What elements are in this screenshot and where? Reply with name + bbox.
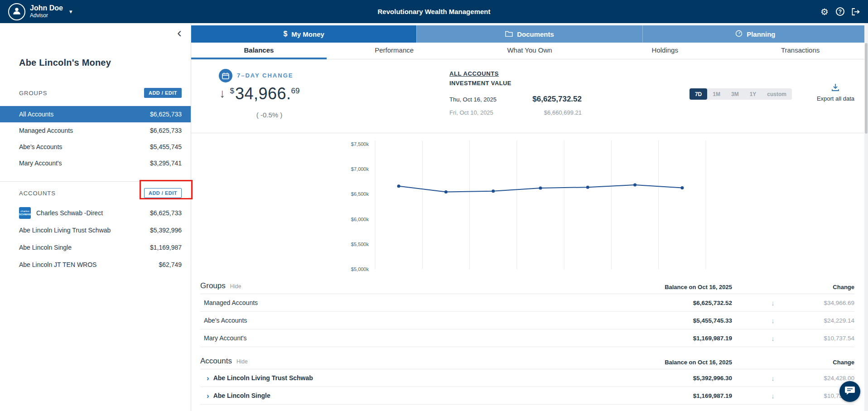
subtab-holdings[interactable]: Holdings [597,43,733,59]
schwab-logo-line2: SCHWAB [19,213,31,216]
accounts-add-edit-button[interactable]: ADD / EDIT [144,188,182,198]
svg-text:$6,500k: $6,500k [351,191,369,197]
row-change: $34,966.69 [791,300,854,306]
account-row-name: Abe Lincoln Living Trust Schwab [213,374,313,382]
row-balance: $5,455,745.33 [646,317,755,324]
section-divider [191,133,868,133]
account-value: $1,169,987 [150,244,182,251]
group-name: Mary Account's [19,160,150,167]
account-list-item[interactable]: charles SCHWAB Charles Schwab -Direct $6… [0,204,191,222]
groups-list: All Accounts $6,625,733 Managed Accounts… [0,106,191,171]
tab-planning-label: Planning [747,30,775,38]
sidebar-collapse-icon[interactable]: ‹ [177,26,182,39]
group-name: Abe's Accounts [19,143,150,150]
tab-planning[interactable]: Planning [642,25,868,43]
groups-table-title: Groups [200,281,226,290]
group-table-row[interactable]: Abe's Accounts $5,455,745.33 ↓ $24,229.1… [200,312,854,329]
current-value: $6,625,732.52 [532,95,582,104]
groups-hide-link[interactable]: Hide [230,283,241,290]
chat-bubble-button[interactable] [839,381,860,402]
main-area: $ My Money Documents Planning [191,23,868,411]
export-label: Export all data [817,95,854,102]
range-button[interactable]: 1M [707,88,726,100]
account-table-row[interactable]: › Abe Lincoln Single $1,169,987.19 ↓ $10… [200,387,854,405]
account-name: Abe Lincoln Single [19,244,150,251]
account-list-item[interactable]: Abe Lincoln Single $1,169,987 [0,239,191,256]
accounts-table-header: Accounts Hide Balance on Oct 16, 2025 Ch… [200,357,854,369]
groups-header-label: GROUPS [19,90,47,97]
tab-documents[interactable]: Documents [416,25,642,43]
dollar-icon: $ [283,30,287,38]
investment-summary: ALL ACCOUNTS INVESTMENT VALUE Thu, Oct 1… [449,70,582,116]
group-name: Managed Accounts [19,127,150,134]
account-value: $62,749 [159,261,182,268]
change-amount: 34,966. [235,85,291,103]
prior-value-row: Fri, Oct 10, 2025 $6,660,699.21 [449,109,582,116]
group-list-item[interactable]: Mary Account's $3,295,741 [0,155,191,171]
sidebar: ‹ Abe Lincoln's Money GROUPS ADD / EDIT … [0,23,191,411]
row-down-arrow-icon: ↓ [755,317,791,324]
vertical-scrollbar[interactable] [864,23,868,411]
download-icon [831,86,840,93]
logout-icon[interactable] [852,8,860,15]
range-button[interactable]: custom [762,88,792,100]
group-list-item[interactable]: Abe's Accounts $5,455,745 [0,139,191,155]
calendar-icon [219,69,232,82]
range-button[interactable]: 7D [690,88,707,100]
subtab-transactions[interactable]: Transactions [733,43,868,59]
svg-text:$7,000k: $7,000k [351,166,369,172]
subtab-balances[interactable]: Balances [191,43,327,59]
groups-add-edit-button[interactable]: ADD / EDIT [144,88,182,98]
group-list-item[interactable]: Managed Accounts $6,625,733 [0,122,191,139]
accounts-table: Accounts Hide Balance on Oct 16, 2025 Ch… [200,357,854,405]
row-name: Mary Account's [200,334,646,342]
accounts-hide-link[interactable]: Hide [236,358,248,365]
balance-column-header: Balance on Oct 16, 2025 [646,359,755,366]
balance-column-header: Balance on Oct 16, 2025 [646,284,755,290]
group-list-item[interactable]: All Accounts $6,625,733 [0,106,191,122]
row-balance: $1,169,987.19 [646,392,755,399]
seven-day-change-amount: ↓ $ 34,966. 69 [219,85,300,103]
row-down-arrow-icon: ↓ [755,374,791,382]
prior-date: Fri, Oct 10, 2025 [449,109,493,116]
account-list-item[interactable]: Abe Lincoln Living Trust Schwab $5,392,9… [0,222,191,239]
svg-text:$7,500k: $7,500k [351,141,369,147]
row-change: $24,229.14 [791,317,854,324]
subtab-what-you-own[interactable]: What You Own [462,43,598,59]
all-accounts-scope-link[interactable]: ALL ACCOUNTS [449,70,582,77]
row-down-arrow-icon: ↓ [755,334,791,342]
account-name: Abe Lincoln Living Trust Schwab [19,227,150,234]
expand-chevron-icon[interactable]: › [207,392,209,400]
row-name: Managed Accounts [200,299,646,306]
row-name: › Abe Lincoln Living Trust Schwab [200,374,646,382]
user-role: Advisor [30,13,63,19]
account-row-name: Abe Lincoln Single [213,392,270,399]
change-column-header: Change [791,359,854,366]
group-table-row[interactable]: Managed Accounts $6,625,732.52 ↓ $34,966… [200,294,854,312]
account-name: Abe Lincoln JT TEN WROS [19,261,159,268]
expand-chevron-icon[interactable]: › [207,374,209,382]
export-all-data-button[interactable]: Export all data [817,83,854,102]
change-percent: ( -0.5% ) [216,111,323,119]
user-avatar[interactable] [8,3,25,20]
account-table-row[interactable]: › Abe Lincoln Living Trust Schwab $5,392… [200,369,854,387]
tab-my-money[interactable]: $ My Money [191,25,416,43]
range-button[interactable]: 3M [726,88,744,100]
help-icon[interactable]: ? [836,7,844,16]
subtab-performance[interactable]: Performance [327,43,462,59]
svg-text:$5,000k: $5,000k [351,266,369,272]
settings-gear-icon[interactable]: ⚙ [820,7,829,16]
accounts-list: charles SCHWAB Charles Schwab -Direct $6… [0,204,191,273]
row-balance: $6,625,732.52 [646,300,755,306]
secondary-nav-tabs: Balances Performance What You Own Holdin… [191,43,868,59]
scrollbar-thumb[interactable] [865,43,868,134]
sidebar-divider [0,181,191,182]
row-down-arrow-icon: ↓ [755,299,791,307]
account-list-item[interactable]: Abe Lincoln JT TEN WROS $62,749 [0,256,191,273]
row-name: Abe's Accounts [200,317,646,324]
user-menu-chevron-down-icon[interactable]: ▾ [69,8,72,15]
group-table-row[interactable]: Mary Account's $1,169,987.19 ↓ $10,737.5… [200,329,854,347]
change-down-arrow-icon: ↓ [219,87,226,100]
range-button[interactable]: 1Y [744,88,762,100]
schwab-logo-line1: charles [20,210,29,213]
